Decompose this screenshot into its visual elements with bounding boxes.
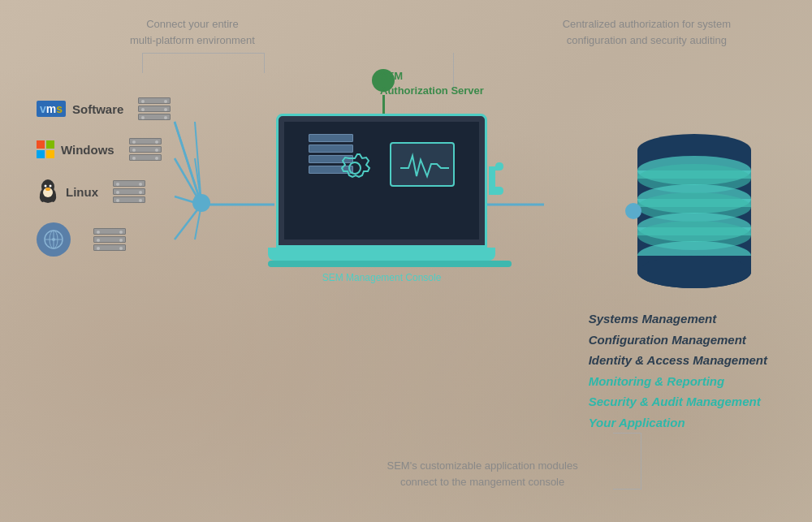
laptop-base-bottom: [268, 261, 512, 267]
rack-unit: [113, 180, 145, 187]
top-right-text: Centralized authorization for system con…: [563, 16, 731, 48]
svg-rect-12: [46, 140, 54, 149]
svg-point-18: [45, 185, 47, 188]
puzzle-connector: [489, 158, 505, 202]
database-svg: [625, 126, 763, 296]
platform-linux: Linux: [37, 179, 171, 205]
svg-point-44: [625, 203, 641, 219]
main-content: Connect your entire multi-platform envir…: [0, 0, 812, 522]
rack-unit: [138, 114, 171, 120]
rack-unit: [93, 228, 126, 235]
console-label: SEM Management Console: [268, 272, 495, 283]
monitor-wave: [390, 142, 455, 187]
windows-logo: [37, 140, 54, 158]
waveform-icon: [396, 148, 449, 182]
vms-s: s: [56, 102, 63, 115]
server-rack-windows: [129, 138, 162, 161]
linux-logo: [37, 179, 59, 205]
puzzle-icon: [489, 158, 505, 199]
vms-v: v: [40, 102, 46, 115]
linux-label: Linux: [66, 185, 98, 199]
svg-line-6: [175, 122, 201, 205]
top-left-text: Connect your entire multi-platform envir…: [130, 16, 255, 48]
feature-monitoring: Monitoring & Reporting: [589, 371, 767, 392]
rack-unit: [113, 196, 145, 203]
other-logo-icon: [43, 229, 64, 250]
platforms-list: v m s Software Windows: [37, 97, 171, 257]
laptop: [268, 114, 495, 267]
server-rack-vms: [138, 97, 171, 120]
rack-unit: [138, 106, 171, 112]
laptop-base: [268, 248, 495, 261]
rack-unit: [129, 154, 162, 161]
feature-identity-access: Identity & Access Management: [589, 350, 767, 371]
other-logo: [37, 222, 71, 257]
platform-other: [37, 222, 171, 257]
laptop-screen-inner: [284, 122, 479, 239]
network-hub: [192, 194, 210, 212]
feature-security-audit: Security & Audit Management: [589, 391, 767, 412]
sem-console: SEM Management Console: [268, 114, 495, 283]
rack-unit: [93, 236, 126, 243]
vms-logo: v m s: [37, 101, 66, 117]
feature-config-management: Configuration Management: [589, 330, 767, 351]
platform-windows: Windows: [37, 138, 171, 161]
screen-rack-unit: [309, 134, 353, 142]
server-rack-other: [93, 228, 126, 251]
svg-rect-14: [46, 150, 54, 158]
svg-rect-11: [37, 140, 45, 149]
vms-label: Software: [72, 102, 123, 116]
top-right-annotation: Centralized authorization for system con…: [563, 16, 731, 48]
svg-point-28: [349, 162, 361, 174]
laptop-screen: [276, 114, 487, 248]
sem-title: SEM: [380, 70, 403, 82]
svg-point-19: [50, 185, 52, 188]
platform-vms: v m s Software: [37, 97, 171, 120]
svg-line-7: [195, 122, 201, 205]
rack-unit: [129, 146, 162, 153]
svg-point-27: [52, 238, 55, 241]
sem-label: SEM Authorization Server: [380, 69, 484, 98]
bracket-br-top: [613, 433, 641, 461]
gear-icon: [329, 142, 382, 195]
rack-unit: [113, 188, 145, 195]
sem-subtitle: Authorization Server: [380, 84, 484, 97]
bracket-tl-left: [142, 53, 264, 73]
bracket-br-bottom: [613, 461, 641, 490]
database: [625, 126, 763, 300]
svg-line-0: [175, 122, 201, 205]
rack-unit: [93, 244, 126, 251]
windows-label: Windows: [61, 143, 114, 157]
vms-m: m: [46, 102, 56, 115]
bottom-annotation: SEM's customizable application modules c…: [387, 458, 577, 490]
feature-systems-management: Systems Management: [589, 308, 767, 330]
svg-point-43: [637, 256, 751, 288]
bottom-text: SEM's customizable application modules c…: [387, 459, 577, 488]
rack-unit: [129, 138, 162, 145]
rack-unit: [138, 97, 171, 104]
feature-list: Systems Management Configuration Managem…: [589, 308, 767, 433]
server-rack-linux: [113, 180, 145, 203]
feature-your-application: Your Application: [589, 412, 767, 434]
top-left-annotation: Connect your entire multi-platform envir…: [130, 16, 255, 48]
svg-rect-13: [37, 150, 45, 158]
bracket-tl-right: [264, 53, 265, 73]
svg-point-20: [45, 188, 50, 191]
